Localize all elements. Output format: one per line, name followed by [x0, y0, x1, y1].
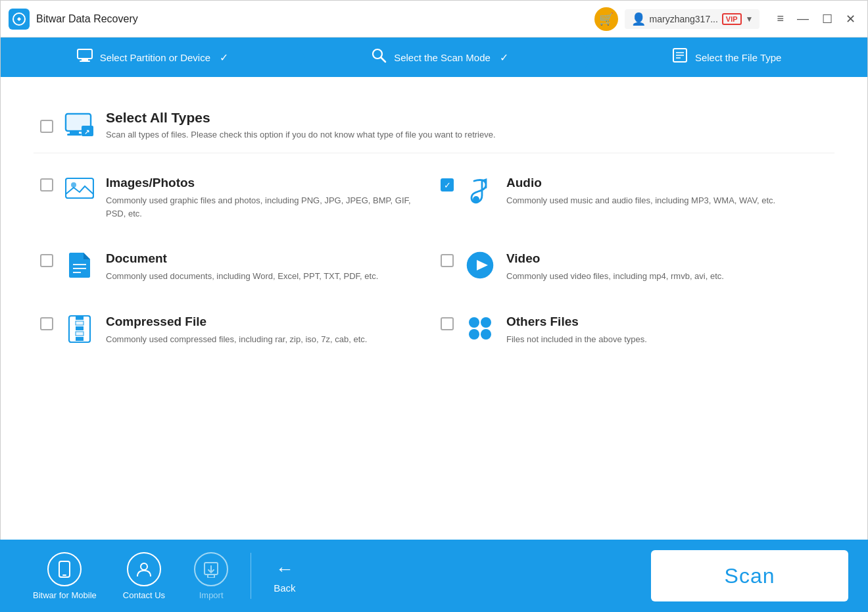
others-icon — [464, 315, 496, 342]
file-type-grid: Images/Photos Commonly used graphic file… — [34, 160, 834, 361]
back-button[interactable]: ← Back — [258, 559, 311, 594]
compressed-icon — [64, 315, 95, 344]
images-description: Commonly used graphic files and photos, … — [106, 194, 414, 220]
svg-rect-27 — [76, 321, 84, 325]
compressed-checkbox[interactable] — [40, 317, 53, 330]
document-description: Commonly used documents, including Word,… — [106, 270, 378, 283]
bitwar-mobile-button[interactable]: Bitwar for Mobile — [20, 552, 110, 600]
wizard-step-partition: Select Partition or Device ✓ — [1, 38, 293, 77]
app-title: Bitwar Data Recovery — [36, 13, 594, 25]
select-all-icon: ↗ — [64, 113, 95, 138]
svg-rect-12 — [70, 131, 79, 134]
audio-icon — [464, 176, 496, 205]
back-arrow-icon: ← — [276, 559, 294, 580]
document-text: Document Commonly used documents, includ… — [106, 251, 378, 283]
svg-text:↗: ↗ — [84, 128, 89, 136]
svg-point-33 — [469, 329, 479, 340]
svg-rect-36 — [62, 574, 66, 576]
scan-button[interactable]: Scan — [651, 550, 848, 601]
titlebar-right: 🛒 👤 maryzhang317... VIP ▼ ≡ — ☐ ✕ — [594, 7, 859, 31]
file-type-audio: Audio Commonly used music and audio file… — [434, 160, 834, 236]
username: maryzhang317... — [650, 14, 718, 24]
compressed-description: Commonly used compressed files, includin… — [106, 333, 367, 346]
contact-us-button[interactable]: Contact Us — [110, 552, 178, 600]
wizard-step-scan-mode: Select the Scan Mode ✓ — [293, 38, 581, 77]
main-content: ↗ Select All Types Scan all types of fil… — [1, 77, 867, 540]
partition-icon — [76, 47, 93, 68]
svg-point-32 — [481, 317, 491, 328]
svg-point-34 — [481, 329, 491, 340]
select-all-row: ↗ Select All Types Scan all types of fil… — [34, 97, 834, 153]
audio-checkbox[interactable] — [441, 178, 454, 191]
compressed-text: Compressed File Commonly used compressed… — [106, 315, 367, 346]
user-icon: 👤 — [631, 12, 646, 26]
back-label: Back — [274, 582, 295, 594]
svg-rect-30 — [76, 337, 84, 341]
svg-point-37 — [141, 563, 147, 570]
wizard-step-filetype-label: Select the File Type — [695, 52, 781, 63]
video-description: Commonly used video files, including mp4… — [506, 270, 724, 283]
svg-rect-16 — [66, 178, 93, 198]
select-all-text: Select All Types Scan all types of files… — [106, 110, 496, 140]
import-button[interactable]: Import — [178, 552, 244, 600]
audio-title: Audio — [506, 176, 775, 190]
bottom-bar: Bitwar for Mobile Contact Us Import ← Ba… — [0, 540, 868, 612]
svg-point-31 — [469, 317, 479, 328]
titlebar-controls: ≡ — ☐ ✕ — [773, 11, 859, 28]
images-checkbox[interactable] — [40, 178, 53, 191]
file-type-icon — [671, 47, 688, 68]
svg-rect-29 — [76, 332, 84, 336]
contact-icon — [127, 552, 161, 586]
svg-rect-1 — [78, 49, 92, 59]
import-icon — [194, 552, 228, 586]
wizard-step-partition-check: ✓ — [220, 51, 228, 64]
wizard-step-file-type: Select the File Type — [580, 38, 867, 77]
maximize-icon[interactable]: ☐ — [818, 11, 836, 28]
video-checkbox[interactable] — [441, 254, 454, 267]
images-text: Images/Photos Commonly used graphic file… — [106, 176, 414, 220]
file-type-images: Images/Photos Commonly used graphic file… — [34, 160, 434, 236]
user-area: 👤 maryzhang317... VIP ▼ — [625, 9, 760, 29]
svg-line-5 — [381, 58, 386, 63]
compressed-title: Compressed File — [106, 315, 367, 329]
file-type-video: Video Commonly used video files, includi… — [434, 236, 834, 299]
others-description: Files not included in the above types. — [506, 333, 647, 346]
others-checkbox[interactable] — [441, 317, 454, 330]
audio-text: Audio Commonly used music and audio file… — [506, 176, 775, 207]
user-dropdown-icon[interactable]: ▼ — [746, 14, 754, 24]
others-title: Others Files — [506, 315, 647, 329]
document-icon — [64, 251, 95, 278]
file-type-others: Others Files Files not included in the a… — [434, 299, 834, 362]
app-logo — [9, 9, 30, 30]
close-icon[interactable]: ✕ — [842, 11, 859, 28]
import-label: Import — [199, 590, 224, 600]
titlebar: Bitwar Data Recovery 🛒 👤 maryzhang317...… — [1, 1, 867, 38]
document-title: Document — [106, 251, 378, 266]
mobile-icon — [47, 552, 82, 586]
file-type-compressed: Compressed File Commonly used compressed… — [34, 299, 434, 362]
scan-mode-icon — [370, 47, 387, 68]
cart-icon[interactable]: 🛒 — [594, 7, 618, 31]
svg-rect-2 — [82, 59, 88, 61]
others-text: Others Files Files not included in the a… — [506, 315, 647, 346]
bottom-divider — [251, 553, 251, 599]
svg-rect-3 — [80, 61, 90, 62]
wizard-step-scan-check: ✓ — [500, 51, 508, 64]
select-all-checkbox[interactable] — [40, 120, 53, 133]
menu-icon[interactable]: ≡ — [773, 11, 788, 27]
wizard-bar: Select Partition or Device ✓ Select the … — [1, 38, 867, 77]
images-title: Images/Photos — [106, 176, 414, 190]
contact-us-label: Contact Us — [123, 590, 165, 600]
video-icon — [464, 251, 496, 279]
minimize-icon[interactable]: — — [793, 11, 813, 27]
bitwar-mobile-label: Bitwar for Mobile — [33, 590, 97, 600]
svg-rect-13 — [67, 134, 82, 136]
select-all-description: Scan all types of files. Please check th… — [106, 130, 496, 140]
video-title: Video — [506, 251, 724, 266]
images-icon — [64, 176, 95, 201]
audio-description: Commonly used music and audio files, inc… — [506, 194, 775, 207]
document-checkbox[interactable] — [40, 254, 53, 267]
svg-rect-26 — [76, 316, 84, 320]
file-type-document: Document Commonly used documents, includ… — [34, 236, 434, 299]
svg-point-18 — [473, 196, 479, 203]
